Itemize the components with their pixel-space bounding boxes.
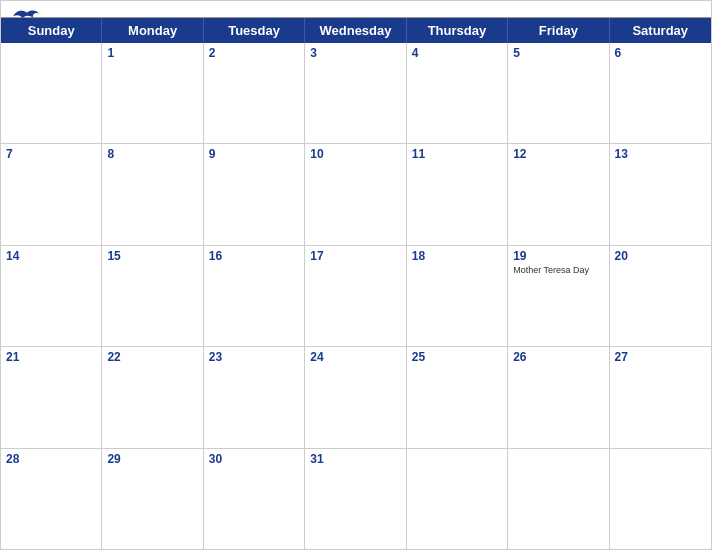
day-number: 15 bbox=[107, 249, 197, 263]
week-row-3: 141516171819Mother Teresa Day20 bbox=[1, 246, 711, 347]
day-number: 8 bbox=[107, 147, 197, 161]
day-cell bbox=[508, 449, 609, 549]
day-number: 24 bbox=[310, 350, 400, 364]
day-cell: 6 bbox=[610, 43, 711, 143]
day-header-friday: Friday bbox=[508, 18, 609, 43]
day-cell: 22 bbox=[102, 347, 203, 447]
day-number: 3 bbox=[310, 46, 400, 60]
weeks-container: 12345678910111213141516171819Mother Tere… bbox=[1, 43, 711, 549]
week-row-2: 78910111213 bbox=[1, 144, 711, 245]
day-number: 12 bbox=[513, 147, 603, 161]
day-cell: 27 bbox=[610, 347, 711, 447]
day-header-tuesday: Tuesday bbox=[204, 18, 305, 43]
logo bbox=[13, 9, 43, 29]
day-cell: 17 bbox=[305, 246, 406, 346]
day-cell: 16 bbox=[204, 246, 305, 346]
day-number: 20 bbox=[615, 249, 706, 263]
day-cell: 29 bbox=[102, 449, 203, 549]
calendar-header bbox=[1, 1, 711, 17]
day-number: 19 bbox=[513, 249, 603, 263]
day-number: 22 bbox=[107, 350, 197, 364]
day-cell: 4 bbox=[407, 43, 508, 143]
day-number: 9 bbox=[209, 147, 299, 161]
day-number: 25 bbox=[412, 350, 502, 364]
day-cell bbox=[1, 43, 102, 143]
day-number: 29 bbox=[107, 452, 197, 466]
day-number: 4 bbox=[412, 46, 502, 60]
day-cell: 10 bbox=[305, 144, 406, 244]
day-cell bbox=[407, 449, 508, 549]
day-number: 2 bbox=[209, 46, 299, 60]
logo-icon bbox=[13, 9, 41, 29]
day-number: 30 bbox=[209, 452, 299, 466]
calendar-grid: SundayMondayTuesdayWednesdayThursdayFrid… bbox=[1, 17, 711, 549]
day-number: 26 bbox=[513, 350, 603, 364]
day-number: 10 bbox=[310, 147, 400, 161]
day-cell: 25 bbox=[407, 347, 508, 447]
day-cell: 26 bbox=[508, 347, 609, 447]
calendar-container: SundayMondayTuesdayWednesdayThursdayFrid… bbox=[0, 0, 712, 550]
day-number: 28 bbox=[6, 452, 96, 466]
day-cell: 18 bbox=[407, 246, 508, 346]
day-number: 18 bbox=[412, 249, 502, 263]
day-cell: 3 bbox=[305, 43, 406, 143]
week-row-1: 123456 bbox=[1, 43, 711, 144]
day-number: 21 bbox=[6, 350, 96, 364]
day-cell: 20 bbox=[610, 246, 711, 346]
day-cell: 31 bbox=[305, 449, 406, 549]
day-number: 11 bbox=[412, 147, 502, 161]
day-cell: 19Mother Teresa Day bbox=[508, 246, 609, 346]
day-cell: 21 bbox=[1, 347, 102, 447]
day-header-wednesday: Wednesday bbox=[305, 18, 406, 43]
day-number: 23 bbox=[209, 350, 299, 364]
day-header-thursday: Thursday bbox=[407, 18, 508, 43]
day-number: 13 bbox=[615, 147, 706, 161]
day-cell: 14 bbox=[1, 246, 102, 346]
day-cell: 7 bbox=[1, 144, 102, 244]
day-cell: 28 bbox=[1, 449, 102, 549]
day-headers-row: SundayMondayTuesdayWednesdayThursdayFrid… bbox=[1, 18, 711, 43]
day-cell: 12 bbox=[508, 144, 609, 244]
day-cell: 2 bbox=[204, 43, 305, 143]
day-header-saturday: Saturday bbox=[610, 18, 711, 43]
day-number: 1 bbox=[107, 46, 197, 60]
day-cell: 8 bbox=[102, 144, 203, 244]
day-number: 7 bbox=[6, 147, 96, 161]
day-cell bbox=[610, 449, 711, 549]
day-cell: 5 bbox=[508, 43, 609, 143]
day-cell: 11 bbox=[407, 144, 508, 244]
day-number: 6 bbox=[615, 46, 706, 60]
day-number: 5 bbox=[513, 46, 603, 60]
day-header-monday: Monday bbox=[102, 18, 203, 43]
day-cell: 13 bbox=[610, 144, 711, 244]
day-number: 17 bbox=[310, 249, 400, 263]
day-number: 31 bbox=[310, 452, 400, 466]
day-cell: 24 bbox=[305, 347, 406, 447]
week-row-5: 28293031 bbox=[1, 449, 711, 549]
day-cell: 23 bbox=[204, 347, 305, 447]
day-cell: 1 bbox=[102, 43, 203, 143]
day-number: 14 bbox=[6, 249, 96, 263]
day-number: 27 bbox=[615, 350, 706, 364]
day-event: Mother Teresa Day bbox=[513, 265, 603, 276]
day-cell: 15 bbox=[102, 246, 203, 346]
day-cell: 30 bbox=[204, 449, 305, 549]
day-cell: 9 bbox=[204, 144, 305, 244]
week-row-4: 21222324252627 bbox=[1, 347, 711, 448]
day-number: 16 bbox=[209, 249, 299, 263]
